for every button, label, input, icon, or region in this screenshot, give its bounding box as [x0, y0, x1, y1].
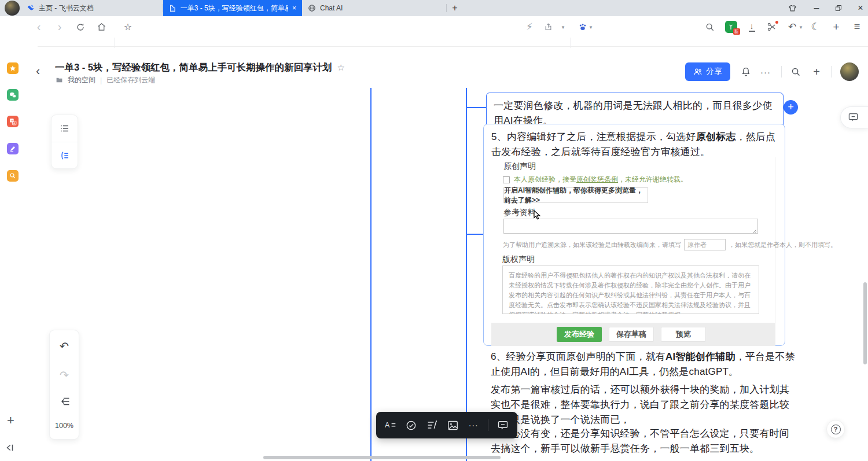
search-icon — [791, 67, 801, 77]
close-window-button[interactable]: × — [851, 0, 868, 16]
tab-label: 一单3 - 5块，写经验领红包，简单易 — [181, 3, 288, 13]
reference-label: 参考资料 — [503, 208, 536, 218]
notifications-button[interactable] — [738, 64, 753, 79]
green-extension-icon: 新 — [725, 21, 737, 33]
sidebar-favorites-button[interactable] — [7, 62, 19, 74]
star-icon — [9, 65, 16, 72]
bookmark-star-button[interactable]: ☆ — [119, 16, 137, 38]
shirt-icon — [788, 4, 797, 13]
horizontal-scrollbar[interactable] — [263, 456, 501, 459]
sidebar-notes-button[interactable] — [7, 143, 19, 154]
share-button[interactable]: 分享 — [685, 62, 730, 81]
copyright-statement: 百度经验的用户不得侵犯包括他人的著作权在内的知识产权以及其他合法权利，请勿在未经… — [502, 265, 759, 314]
add-widget-button[interactable]: + — [7, 413, 14, 428]
help-button[interactable]: ? — [826, 420, 845, 438]
tab-feishu-home[interactable]: 主页 - 飞书云文档 — [21, 0, 163, 16]
doc-title-row: 一单3 - 5块，写经验领红包，简单易上手可长期操作的新回享计划 ☆ — [55, 61, 345, 74]
comments-pill[interactable] — [840, 106, 868, 128]
people-icon — [693, 67, 703, 76]
download-icon: ↓ — [749, 22, 755, 32]
nav-forward-button[interactable]: › — [51, 16, 68, 38]
add-button[interactable]: + — [827, 16, 845, 38]
resize-handle[interactable] — [752, 229, 757, 234]
embedded-screenshot: 原创声明 本人原创经验，接受原创奖惩条例，未经允许谢绝转载。 开启AI智能创作辅… — [492, 157, 775, 346]
home-button[interactable] — [93, 16, 110, 38]
vertical-scrollbar[interactable] — [863, 282, 867, 364]
redo-button[interactable]: ↷ — [60, 368, 69, 382]
outline-bracket-icon — [60, 150, 70, 161]
block-indent-rail — [466, 88, 467, 461]
toc-list-button[interactable] — [52, 115, 78, 142]
browser-window: 主页 - 飞书云文档 一单3 - 5块，写经验领红包，简单易 × Chat AI… — [0, 0, 868, 461]
restore-button[interactable] — [829, 0, 848, 16]
sidebar-wechat-button[interactable] — [7, 89, 19, 101]
lightning-boost-button[interactable]: ⚡ — [521, 16, 538, 38]
browser-menu-button[interactable]: ≡ — [848, 16, 866, 38]
tab-chat-ai[interactable]: Chat AI — [302, 0, 447, 16]
dark-mode-button[interactable]: ☾ — [807, 16, 824, 38]
breadcrumb-space[interactable]: 我的空间 — [68, 75, 95, 85]
question-icon: ? — [831, 425, 841, 434]
page-title: 一单3 - 5块，写经验领红包，简单易上手可长期操作的新回享计划 — [55, 61, 332, 74]
sidebar-translate-button[interactable]: 文A — [7, 116, 19, 127]
collapse-chevron-icon — [5, 442, 15, 453]
notification-dot — [775, 21, 778, 24]
block-indent-rail — [370, 88, 372, 461]
more-format-button[interactable]: ··· — [467, 419, 480, 432]
share-menu-chevron[interactable]: ▾ — [554, 16, 572, 38]
sidebar-search-button[interactable] — [7, 170, 19, 182]
original-author-input[interactable] — [684, 239, 726, 250]
preview-button[interactable]: 预览 — [661, 327, 706, 342]
doc-search-button[interactable] — [788, 64, 803, 79]
screenshot-scissors-button[interactable] — [763, 16, 780, 38]
minimize-button[interactable]: – — [807, 0, 826, 16]
share-label: 分享 — [706, 67, 722, 77]
folder-icon — [56, 76, 63, 84]
reference-textarea[interactable] — [503, 219, 758, 234]
create-new-button[interactable]: + — [809, 64, 824, 79]
tab-close-icon[interactable]: × — [292, 4, 296, 12]
comment-button[interactable] — [496, 419, 509, 432]
user-avatar[interactable] — [840, 62, 859, 81]
zoom-level[interactable]: 100% — [55, 422, 73, 430]
tab-current-doc[interactable]: 一单3 - 5块，写经验领红包，简单易 × — [163, 0, 302, 16]
undo-button[interactable]: ↶ — [60, 340, 69, 353]
theme-skin-button[interactable] — [782, 0, 802, 16]
save-draft-button[interactable]: 保存草稿 — [609, 327, 654, 342]
new-tab-button[interactable]: + — [447, 0, 463, 16]
text-style-button[interactable]: A — [384, 419, 397, 432]
step5-paragraph: 5、内容编辑好了之后，注意根据提示，勾选好原创标志，然后点击发布经验，之后就等待… — [491, 130, 778, 160]
outline-panel — [51, 115, 78, 169]
globe-icon — [308, 4, 316, 12]
extension-youdao-button[interactable]: 新 — [722, 16, 740, 38]
mouse-cursor — [534, 210, 541, 220]
copyright-label: 版权声明 — [502, 255, 535, 265]
nav-back-button[interactable]: ‹ — [30, 16, 47, 38]
share-icon — [544, 23, 553, 31]
comment-icon — [848, 113, 858, 122]
more-options-button[interactable]: ··· — [758, 64, 773, 79]
downloads-button[interactable]: ↓ — [743, 16, 760, 38]
favorite-star-icon[interactable]: ☆ — [337, 62, 345, 73]
list-format-button[interactable] — [426, 419, 439, 432]
doc-outline-button[interactable] — [52, 142, 78, 169]
source-helper-row: 为了帮助用户追溯来源，如果该经验是由转载改编而来，请填写 ，如果您就是作者本人，… — [503, 239, 837, 250]
collapse-sidebar-button[interactable] — [5, 442, 15, 453]
comment-icon — [498, 421, 508, 430]
restore-icon — [835, 5, 842, 12]
insert-block-button[interactable]: + — [784, 100, 798, 115]
history-chevron[interactable]: ▾ — [797, 16, 804, 38]
original-declaration-label: 原创声明 — [503, 161, 536, 172]
task-check-button[interactable] — [405, 419, 418, 432]
rules-link[interactable]: 原创奖惩条例 — [576, 175, 618, 183]
insert-image-button[interactable] — [446, 419, 459, 432]
toolbar-search-button[interactable] — [701, 16, 719, 38]
publish-button[interactable]: 发布经验 — [557, 327, 602, 342]
doc-back-button[interactable]: ‹ — [36, 64, 40, 78]
browser-profile-avatar[interactable] — [5, 1, 20, 16]
ai-assist-banner[interactable]: 开启AI智能创作辅助，帮你获得更多浏览量，前去了解>> — [503, 187, 648, 203]
original-checkbox[interactable] — [503, 176, 510, 183]
fit-width-button[interactable] — [59, 397, 70, 406]
reload-button[interactable] — [72, 16, 89, 38]
extension-chevron[interactable]: ▾ — [587, 16, 595, 38]
